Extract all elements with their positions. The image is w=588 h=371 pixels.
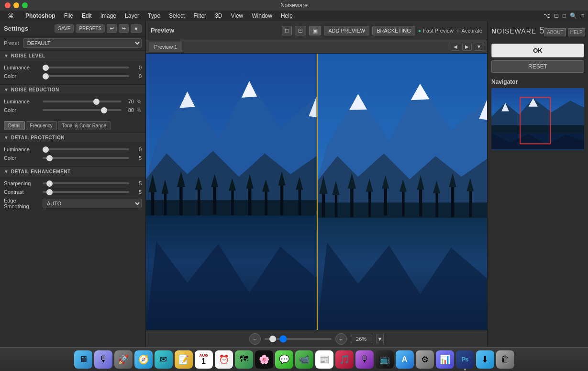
tab-detail[interactable]: Detail [4, 121, 25, 130]
de-edge-smoothing-select[interactable]: AUTO [43, 199, 142, 208]
dock-icon-podcasts[interactable]: 🎙 [355, 350, 374, 369]
dp-luminance-value: 0 [132, 146, 142, 152]
nl-luminance-slider[interactable] [43, 67, 129, 68]
split-view-horizontal[interactable]: ▣ [309, 26, 321, 35]
dp-luminance-slider[interactable] [43, 148, 129, 150]
navigator-image [491, 88, 584, 150]
dock-icon-charts[interactable]: 📊 [436, 350, 454, 369]
preview-tab-1[interactable]: Preview 1 [149, 42, 182, 52]
dock-icon-trash[interactable]: 🗑 [496, 350, 514, 369]
menu-type[interactable]: Type [144, 11, 164, 20]
dock-icon-music[interactable]: 🎵 [335, 350, 354, 369]
noise-reduction-header[interactable]: ▼ NOISE REDUCTION [0, 84, 145, 95]
dp-color-slider[interactable] [43, 157, 129, 159]
logo-version-text: 5 [539, 25, 544, 36]
tab-tonal-color-range[interactable]: Tonal & Color Range [58, 121, 111, 130]
apple-menu[interactable]: ⌘ [4, 11, 18, 21]
about-button[interactable]: ABOUT [544, 28, 566, 36]
zoom-dropdown-button[interactable]: ▼ [376, 335, 384, 343]
save-button[interactable]: SAVE [55, 24, 74, 33]
menu-bar: ⌘ Photoshop File Edit Image Layer Type S… [0, 11, 588, 21]
noiseware-logo: NOISE WARE 5 [491, 25, 544, 36]
menu-dropdown-button[interactable]: ▼ [131, 24, 142, 33]
zoom-out-button[interactable]: − [249, 333, 261, 345]
menu-3d[interactable]: 3D [211, 11, 226, 20]
dock-icon-finder[interactable]: 🖥 [74, 350, 92, 369]
reset-button[interactable]: RESET [491, 60, 584, 73]
dock-icon-launchpad[interactable]: 🚀 [114, 350, 133, 369]
zoom-value-input[interactable] [351, 335, 372, 343]
nr-color-row: Color 80 % [4, 106, 142, 114]
preview-prev-btn[interactable]: ◀ [451, 43, 460, 51]
dock: 🖥 🎙 🚀 🧭 ✉ 📝 AUG 1 ⏰ 🗺 🌸 💬 📹 📰 [0, 347, 588, 371]
zoom-in-button[interactable]: + [335, 333, 347, 345]
dock-icon-system-preferences[interactable]: ⚙ [416, 350, 434, 369]
preview-left-image [146, 54, 317, 330]
close-button[interactable] [5, 2, 11, 8]
nr-luminance-pct: % [137, 99, 142, 104]
tab-frequency[interactable]: Frequency [26, 121, 57, 130]
detail-protection-header[interactable]: ▼ DETAIL PROTECTION [0, 132, 145, 143]
preview-next-btn[interactable]: ▶ [462, 43, 472, 51]
detail-enhancement-header[interactable]: ▼ DETAIL ENHANCEMENT [0, 166, 145, 177]
menu-window[interactable]: Window [248, 11, 276, 20]
de-sharpening-slider[interactable] [43, 182, 129, 184]
nr-luminance-slider[interactable] [43, 101, 122, 102]
de-contrast-slider[interactable] [43, 191, 129, 193]
menu-file[interactable]: File [60, 11, 77, 20]
noise-level-luminance-row: Luminance 0 [4, 63, 142, 72]
add-preview-button[interactable]: ADD PREVIEW [324, 26, 369, 35]
minimize-button[interactable] [13, 2, 19, 8]
menu-image[interactable]: Image [97, 11, 120, 20]
fast-preview-radio[interactable]: ● Fast Preview [418, 28, 454, 34]
redo-button[interactable]: ↪ [119, 24, 129, 33]
dock-icon-photos[interactable]: 🌸 [255, 350, 273, 369]
menu-bar-icon-2: ⊟ [554, 12, 559, 19]
ok-button[interactable]: OK [491, 44, 584, 57]
preset-select[interactable]: DEFAULT [23, 38, 142, 48]
preview-tabs-bar: Preview 1 ◀ ▶ ▼ [146, 40, 487, 54]
svg-rect-17 [231, 189, 233, 215]
split-view-single[interactable]: □ [282, 26, 292, 35]
nl-color-slider[interactable] [43, 75, 129, 77]
bracketing-button[interactable]: BRACKETING [372, 26, 415, 35]
menu-view[interactable]: View [227, 11, 247, 20]
split-view-vertical[interactable]: ⊟ [295, 26, 306, 35]
dock-icon-messages[interactable]: 💬 [275, 350, 293, 369]
menu-layer[interactable]: Layer [121, 11, 143, 20]
noise-level-header[interactable]: ▼ NOISE LEVEL [0, 50, 145, 61]
dock-icon-safari[interactable]: 🧭 [134, 350, 153, 369]
menu-edit[interactable]: Edit [78, 11, 96, 20]
dock-icon-mail[interactable]: ✉ [155, 350, 173, 369]
detail-enhancement-title: DETAIL ENHANCEMENT [11, 169, 71, 174]
dock-icon-reminders[interactable]: ⏰ [215, 350, 233, 369]
presets-button[interactable]: PRESETS [76, 24, 105, 33]
titlebar: Noiseware [0, 0, 588, 11]
menu-filter[interactable]: Filter [189, 11, 210, 20]
dock-icon-photoshop[interactable]: Ps [456, 350, 474, 369]
dock-icon-appstore[interactable]: A [396, 350, 414, 369]
nr-color-slider[interactable] [43, 109, 122, 111]
nr-luminance-value: 70 [124, 99, 134, 104]
svg-rect-50 [402, 190, 404, 216]
maximize-button[interactable] [22, 2, 28, 8]
dock-icon-notes[interactable]: 📝 [175, 350, 193, 369]
svg-rect-56 [451, 183, 454, 217]
de-sharpening-row: Sharpening 5 [4, 179, 142, 188]
dock-icon-calendar[interactable]: AUG 1 [195, 350, 213, 369]
dock-icon-news[interactable]: 📰 [315, 350, 333, 369]
undo-button[interactable]: ↩ [107, 24, 117, 33]
dp-color-label: Color [4, 155, 40, 161]
dock-icon-facetime[interactable]: 📹 [295, 350, 313, 369]
menu-photoshop[interactable]: Photoshop [22, 11, 59, 20]
dock-icon-download[interactable]: ⬇ [476, 350, 494, 369]
accurate-radio[interactable]: ○ Accurate [456, 28, 482, 34]
dock-icon-tv[interactable]: 📺 [376, 350, 394, 369]
dock-icon-maps[interactable]: 🗺 [235, 350, 253, 369]
dock-icon-siri[interactable]: 🎙 [94, 350, 112, 369]
menu-help[interactable]: Help [277, 11, 297, 20]
preview-more-btn[interactable]: ▼ [474, 43, 484, 51]
de-contrast-value: 5 [132, 189, 142, 195]
help-button[interactable]: HELP [568, 28, 585, 36]
menu-select[interactable]: Select [165, 11, 189, 20]
